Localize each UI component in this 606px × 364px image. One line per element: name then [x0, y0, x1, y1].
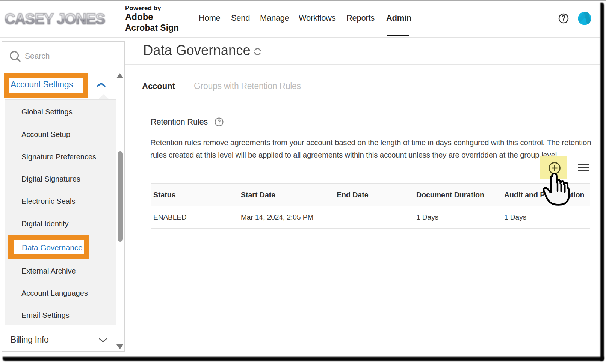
svg-text:CASEY JONES: CASEY JONES [5, 11, 106, 27]
